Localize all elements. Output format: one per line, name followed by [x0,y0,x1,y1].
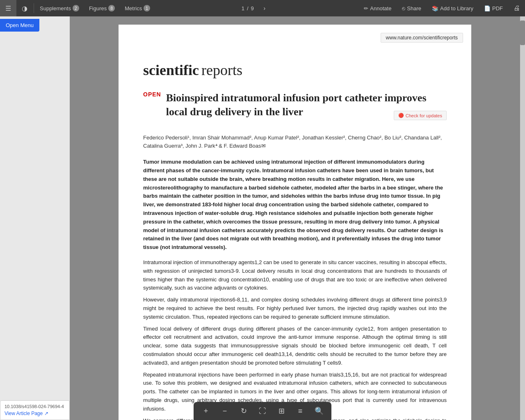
view-article-link[interactable]: View Article Page ↗ [5,411,65,416]
external-link-icon: ↗ [44,411,48,416]
open-badge: OPEN [143,91,161,98]
scroll-thumb[interactable] [520,21,525,45]
theme-toggle-button[interactable]: ◑ [16,0,33,16]
body-paragraph-3: Timed local delivery of different drugs … [143,325,447,368]
annotate-label: Annotate [370,5,391,11]
body-paragraph-1: Intratumoral injection of immunotherapy … [143,258,447,292]
abstract: Tumor immune modulation can be achieved … [143,158,447,252]
menu-button[interactable]: ≡ [291,402,309,420]
fullscreen-button[interactable]: ⛶ [253,402,272,420]
bottom-toolbar: + − ↻ ⛶ ⊞ ≡ 🔍 [194,402,331,420]
view-article-label: View Article Page [5,411,43,416]
metrics-label: Metrics [125,5,142,11]
edit-icon: ✏ [364,5,368,11]
supplements-label: Supplements [40,5,71,11]
metrics-badge: 1 [144,5,150,11]
print-icon: 🖨 [514,5,520,12]
toolbar-right-actions: ✏ Annotate ⎋ Share 📚 Add to Library 📄 PD… [359,0,525,16]
supplements-button[interactable]: Supplements 2 [35,0,84,16]
share-icon: ⎋ [402,5,405,11]
pdf-label: PDF [492,5,503,11]
figures-badge: 8 [108,5,115,11]
main-content-scroll[interactable]: www.nature.com/scientificreports scienti… [70,16,520,420]
share-label: Share [407,5,421,11]
grid-view-button[interactable]: ⊞ [272,402,290,420]
annotate-button[interactable]: ✏ Annotate [359,0,396,16]
article-paper: www.nature.com/scientificreports scienti… [119,25,471,420]
scrollbar[interactable] [520,16,525,420]
divider [34,3,34,13]
logo-bold-text: scientific [143,62,199,79]
pdf-button[interactable]: 📄 PDF [479,0,508,16]
check-updates-label: Check for updates [406,113,442,118]
share-button[interactable]: ⎋ Share [397,0,426,16]
left-sidebar [0,16,70,420]
library-icon: 📚 [432,5,438,11]
title-row: OPEN Bioinspired intratumoral infusion p… [143,91,447,127]
page-separator: / [247,5,249,11]
figures-label: Figures [89,5,107,11]
page-navigation: 1 / 9 › [155,0,359,16]
zoom-in-button[interactable]: + [197,402,215,420]
theme-icon: ◑ [22,5,27,12]
next-page-button[interactable]: › [256,0,273,16]
figures-button[interactable]: Figures 8 [84,0,120,16]
metrics-button[interactable]: Metrics 1 [120,0,155,16]
open-menu-button[interactable]: Open Menu [0,19,39,32]
pdf-icon: 📄 [484,5,491,11]
add-to-library-label: Add to Library [440,5,473,11]
url-bar: www.nature.com/scientificreports [381,33,463,43]
doi-panel: 10.1038/s41598-024-79694-4 View Article … [0,400,70,420]
logo-light-text: reports [201,62,242,79]
hamburger-menu-button[interactable]: ☰ [0,0,16,16]
add-to-library-button[interactable]: 📚 Add to Library [427,0,478,16]
hamburger-icon: ☰ [5,5,11,12]
authors: Federico Pedersoli¹, Imran Shair Mohamma… [143,134,447,151]
altmetric-icon: 🔴 [398,113,404,118]
search-button[interactable]: 🔍 [310,402,328,420]
zoom-out-button[interactable]: − [216,402,234,420]
rotate-button[interactable]: ↻ [235,402,253,420]
top-toolbar: ☰ ◑ Supplements 2 Figures 8 Metrics 1 1 … [0,0,525,16]
journal-logo: scientific reports [143,62,447,79]
page-current: 1 [242,5,244,11]
supplements-badge: 2 [73,5,79,11]
print-button[interactable]: 🖨 [509,0,525,16]
page-total: 9 [251,5,254,11]
doi-text: 10.1038/s41598-024-79694-4 [5,404,65,409]
check-updates-badge[interactable]: 🔴 Check for updates [394,111,447,120]
body-paragraph-2: However, daily intratumoral injections6-… [143,296,447,321]
